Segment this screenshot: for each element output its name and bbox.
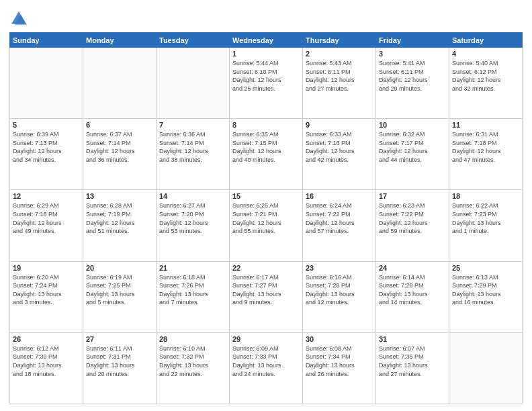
calendar-cell: 16Sunrise: 6:24 AM Sunset: 7:22 PM Dayli… (303, 190, 376, 261)
day-info: Sunrise: 6:08 AM Sunset: 7:34 PM Dayligh… (306, 345, 373, 378)
day-number: 2 (306, 50, 373, 58)
day-info: Sunrise: 6:31 AM Sunset: 7:18 PM Dayligh… (452, 130, 519, 164)
calendar-cell: 4Sunrise: 5:40 AM Sunset: 6:12 PM Daylig… (449, 48, 523, 119)
day-info: Sunrise: 6:14 AM Sunset: 7:28 PM Dayligh… (379, 273, 446, 307)
weekday-header-thursday: Thursday (303, 33, 376, 48)
calendar-cell: 7Sunrise: 6:36 AM Sunset: 7:14 PM Daylig… (157, 119, 230, 190)
calendar-cell (449, 332, 523, 404)
day-number: 29 (232, 335, 300, 343)
calendar-cell (10, 48, 83, 119)
day-info: Sunrise: 6:20 AM Sunset: 7:24 PM Dayligh… (13, 273, 80, 307)
calendar-cell: 6Sunrise: 6:37 AM Sunset: 7:14 PM Daylig… (83, 119, 157, 190)
day-number: 22 (232, 264, 300, 272)
logo (9, 9, 30, 28)
calendar-cell: 12Sunrise: 6:29 AM Sunset: 7:18 PM Dayli… (10, 190, 83, 261)
calendar-cell: 25Sunrise: 6:13 AM Sunset: 7:29 PM Dayli… (449, 261, 523, 332)
calendar-cell (157, 48, 230, 119)
calendar-cell: 27Sunrise: 6:11 AM Sunset: 7:31 PM Dayli… (83, 332, 157, 404)
day-number: 16 (306, 192, 373, 200)
day-info: Sunrise: 6:25 AM Sunset: 7:21 PM Dayligh… (232, 201, 300, 235)
day-info: Sunrise: 6:09 AM Sunset: 7:33 PM Dayligh… (232, 345, 300, 378)
calendar-cell: 30Sunrise: 6:08 AM Sunset: 7:34 PM Dayli… (303, 332, 376, 404)
calendar-cell: 17Sunrise: 6:23 AM Sunset: 7:22 PM Dayli… (376, 190, 449, 261)
day-info: Sunrise: 6:39 AM Sunset: 7:13 PM Dayligh… (13, 130, 80, 164)
weekday-header-saturday: Saturday (449, 33, 523, 48)
calendar-cell: 14Sunrise: 6:27 AM Sunset: 7:20 PM Dayli… (157, 190, 230, 261)
day-number: 6 (86, 121, 153, 129)
calendar-cell: 18Sunrise: 6:22 AM Sunset: 7:23 PM Dayli… (449, 190, 523, 261)
day-number: 14 (159, 192, 226, 200)
weekday-header-friday: Friday (376, 33, 449, 48)
calendar-week-3: 19Sunrise: 6:20 AM Sunset: 7:24 PM Dayli… (10, 261, 523, 332)
calendar-week-4: 26Sunrise: 6:12 AM Sunset: 7:30 PM Dayli… (10, 332, 523, 404)
calendar-cell: 5Sunrise: 6:39 AM Sunset: 7:13 PM Daylig… (10, 119, 83, 190)
day-number: 24 (379, 264, 446, 272)
calendar-cell: 26Sunrise: 6:12 AM Sunset: 7:30 PM Dayli… (10, 332, 83, 404)
day-number: 5 (13, 121, 80, 129)
calendar-header-row: SundayMondayTuesdayWednesdayThursdayFrid… (10, 33, 523, 48)
day-info: Sunrise: 6:29 AM Sunset: 7:18 PM Dayligh… (13, 201, 80, 235)
day-info: Sunrise: 5:40 AM Sunset: 6:12 PM Dayligh… (452, 59, 519, 93)
calendar-cell: 29Sunrise: 6:09 AM Sunset: 7:33 PM Dayli… (230, 332, 303, 404)
day-number: 19 (13, 264, 80, 272)
day-info: Sunrise: 6:07 AM Sunset: 7:35 PM Dayligh… (379, 345, 446, 378)
calendar-cell: 13Sunrise: 6:28 AM Sunset: 7:19 PM Dayli… (83, 190, 157, 261)
day-info: Sunrise: 6:33 AM Sunset: 7:16 PM Dayligh… (306, 130, 373, 164)
day-info: Sunrise: 6:24 AM Sunset: 7:22 PM Dayligh… (306, 201, 373, 235)
day-info: Sunrise: 6:22 AM Sunset: 7:23 PM Dayligh… (452, 201, 519, 235)
day-info: Sunrise: 5:44 AM Sunset: 6:10 PM Dayligh… (232, 59, 300, 93)
calendar-cell: 22Sunrise: 6:17 AM Sunset: 7:27 PM Dayli… (230, 261, 303, 332)
calendar-cell: 23Sunrise: 6:16 AM Sunset: 7:28 PM Dayli… (303, 261, 376, 332)
day-number: 3 (379, 50, 446, 58)
calendar-cell: 8Sunrise: 6:35 AM Sunset: 7:15 PM Daylig… (230, 119, 303, 190)
day-info: Sunrise: 6:35 AM Sunset: 7:15 PM Dayligh… (232, 130, 300, 164)
day-info: Sunrise: 6:18 AM Sunset: 7:26 PM Dayligh… (159, 273, 226, 307)
day-info: Sunrise: 6:16 AM Sunset: 7:28 PM Dayligh… (306, 273, 373, 307)
day-number: 28 (159, 335, 226, 343)
day-number: 26 (13, 335, 80, 343)
calendar-cell: 28Sunrise: 6:10 AM Sunset: 7:32 PM Dayli… (157, 332, 230, 404)
weekday-header-tuesday: Tuesday (157, 33, 230, 48)
day-number: 7 (159, 121, 226, 129)
calendar-cell: 9Sunrise: 6:33 AM Sunset: 7:16 PM Daylig… (303, 119, 376, 190)
calendar-week-2: 12Sunrise: 6:29 AM Sunset: 7:18 PM Dayli… (10, 190, 523, 261)
day-number: 10 (379, 121, 446, 129)
calendar-week-1: 5Sunrise: 6:39 AM Sunset: 7:13 PM Daylig… (10, 119, 523, 190)
day-number: 4 (452, 50, 519, 58)
calendar-table: SundayMondayTuesdayWednesdayThursdayFrid… (9, 32, 523, 404)
day-info: Sunrise: 6:17 AM Sunset: 7:27 PM Dayligh… (232, 273, 300, 307)
weekday-header-monday: Monday (83, 33, 157, 48)
day-info: Sunrise: 5:41 AM Sunset: 6:11 PM Dayligh… (379, 59, 446, 93)
day-info: Sunrise: 6:36 AM Sunset: 7:14 PM Dayligh… (159, 130, 226, 164)
day-info: Sunrise: 6:37 AM Sunset: 7:14 PM Dayligh… (86, 130, 153, 164)
day-number: 17 (379, 192, 446, 200)
calendar-cell: 10Sunrise: 6:32 AM Sunset: 7:17 PM Dayli… (376, 119, 449, 190)
weekday-header-wednesday: Wednesday (230, 33, 303, 48)
day-number: 30 (306, 335, 373, 343)
calendar-cell: 15Sunrise: 6:25 AM Sunset: 7:21 PM Dayli… (230, 190, 303, 261)
day-info: Sunrise: 6:19 AM Sunset: 7:25 PM Dayligh… (86, 273, 153, 307)
day-info: Sunrise: 6:27 AM Sunset: 7:20 PM Dayligh… (159, 201, 226, 235)
calendar-cell: 3Sunrise: 5:41 AM Sunset: 6:11 PM Daylig… (376, 48, 449, 119)
calendar-cell: 2Sunrise: 5:43 AM Sunset: 6:11 PM Daylig… (303, 48, 376, 119)
day-info: Sunrise: 6:11 AM Sunset: 7:31 PM Dayligh… (86, 345, 153, 378)
day-info: Sunrise: 6:12 AM Sunset: 7:30 PM Dayligh… (13, 345, 80, 378)
day-number: 9 (306, 121, 373, 129)
calendar-cell: 19Sunrise: 6:20 AM Sunset: 7:24 PM Dayli… (10, 261, 83, 332)
day-number: 25 (452, 264, 519, 272)
calendar-cell: 21Sunrise: 6:18 AM Sunset: 7:26 PM Dayli… (157, 261, 230, 332)
day-number: 15 (232, 192, 300, 200)
day-number: 11 (452, 121, 519, 129)
weekday-header-sunday: Sunday (10, 33, 83, 48)
day-number: 20 (86, 264, 153, 272)
day-number: 27 (86, 335, 153, 343)
day-info: Sunrise: 6:23 AM Sunset: 7:22 PM Dayligh… (379, 201, 446, 235)
day-info: Sunrise: 6:10 AM Sunset: 7:32 PM Dayligh… (159, 345, 226, 378)
calendar-cell: 1Sunrise: 5:44 AM Sunset: 6:10 PM Daylig… (230, 48, 303, 119)
calendar-cell: 24Sunrise: 6:14 AM Sunset: 7:28 PM Dayli… (376, 261, 449, 332)
day-number: 21 (159, 264, 226, 272)
day-number: 8 (232, 121, 300, 129)
day-info: Sunrise: 6:13 AM Sunset: 7:29 PM Dayligh… (452, 273, 519, 307)
header (9, 7, 523, 28)
day-number: 23 (306, 264, 373, 272)
